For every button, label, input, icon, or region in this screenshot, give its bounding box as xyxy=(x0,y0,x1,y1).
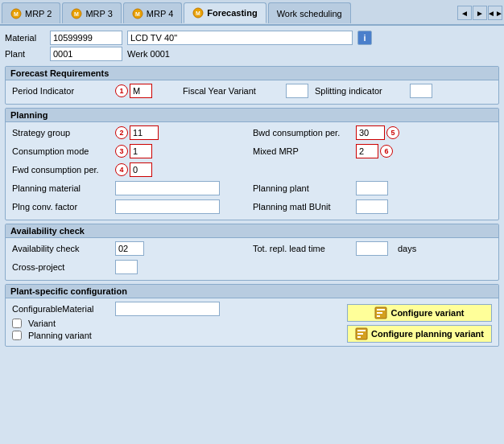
cross-project-input[interactable] xyxy=(115,260,138,274)
main-content: Material i Plant Werk 0001 Forecast Requ… xyxy=(0,26,504,355)
tab-mrp4-label: MRP 4 xyxy=(147,9,173,18)
strategy-group-label: Strategy group xyxy=(12,128,109,138)
planning-material-input[interactable] xyxy=(115,181,220,195)
plant-specific-body: ConfigurableMaterial Variant Planning va… xyxy=(6,298,498,346)
bwd-consumption-badge: 5 xyxy=(386,126,399,139)
planning-variant-label: Planning variant xyxy=(28,331,92,340)
tab-forecasting[interactable]: M Forecasting xyxy=(184,2,266,23)
planning-plant-input[interactable] xyxy=(356,181,388,195)
fwd-consumption-badge: 4 xyxy=(115,163,128,176)
fwd-consumption-row: Fwd consumption per. 4 xyxy=(12,162,251,177)
avail-check-input[interactable] xyxy=(115,241,144,256)
info-icon[interactable]: i xyxy=(357,31,372,45)
variant-label: Variant xyxy=(28,319,56,328)
splitting-indicator-input[interactable] xyxy=(410,84,432,98)
strategy-group-input-group: 2 xyxy=(115,125,159,140)
configure-variant-label: Configure variant xyxy=(390,308,464,318)
availability-check-header: Availability check xyxy=(6,224,498,238)
plant-input[interactable] xyxy=(50,47,122,61)
mixed-mrp-row: Mixed MRP 6 xyxy=(253,144,492,158)
forecasting-icon: M xyxy=(192,7,204,18)
tot-repl-lead-label: Tot. repl. lead time xyxy=(253,244,349,253)
bwd-consumption-row: Bwd consumption per. 5 xyxy=(253,125,492,140)
variant-row: Variant xyxy=(12,319,341,328)
planning-plant-label: Planning plant xyxy=(253,183,349,193)
cross-project-row: Cross-project xyxy=(12,260,251,274)
planning-material-row: Planning material xyxy=(12,181,251,195)
tab-workscheduling[interactable]: Work scheduling xyxy=(268,2,351,23)
planning-body: Strategy group 2 Bwd consumption per. 5 … xyxy=(6,122,498,220)
strategy-group-row: Strategy group 2 xyxy=(12,125,251,140)
tot-repl-lead-row: Tot. repl. lead time days xyxy=(253,241,492,256)
bwd-consumption-input-group: 5 xyxy=(356,125,399,140)
fiscal-year-input[interactable] xyxy=(286,84,308,98)
planning-variant-row: Planning variant xyxy=(12,331,341,340)
planning-matl-bunit-input[interactable] xyxy=(356,199,388,214)
planning-matl-bunit-label: Planning matl BUnit xyxy=(253,202,349,212)
period-indicator-input-group: 1 xyxy=(115,84,152,98)
material-row: Material i xyxy=(5,31,499,45)
forecast-requirements-header: Forecast Requirements xyxy=(6,67,498,80)
configure-planning-variant-label: Configure planning variant xyxy=(371,329,484,339)
svg-rect-15 xyxy=(357,336,361,338)
tab-both-button[interactable]: ◄► xyxy=(488,6,502,20)
cross-project-label: Cross-project xyxy=(12,262,109,272)
material-label: Material xyxy=(5,33,45,43)
forecast-requirements-section: Forecast Requirements Period Indicator 1… xyxy=(5,66,499,105)
consumption-mode-input[interactable] xyxy=(130,144,152,158)
tab-mrp3-label: MRP 3 xyxy=(85,9,112,18)
svg-text:M: M xyxy=(135,11,140,17)
bwd-consumption-input[interactable] xyxy=(356,125,385,140)
configurable-material-row: ConfigurableMaterial xyxy=(12,302,341,316)
svg-rect-10 xyxy=(377,312,382,314)
avail-check-label: Availability check xyxy=(12,244,109,253)
period-indicator-badge: 1 xyxy=(115,84,128,97)
period-indicator-input[interactable] xyxy=(130,84,152,98)
planning-header: Planning xyxy=(6,109,498,122)
plant-specific-header: Plant-specific configuration xyxy=(6,285,498,298)
configure-variant-button[interactable]: Configure variant xyxy=(347,304,492,322)
svg-text:M: M xyxy=(14,11,19,17)
consumption-mode-label: Consumption mode xyxy=(12,146,109,156)
tab-next-button[interactable]: ► xyxy=(473,6,487,20)
configure-planning-variant-icon xyxy=(355,327,368,340)
planning-section: Planning Strategy group 2 Bwd consumptio… xyxy=(5,108,499,220)
tab-workscheduling-label: Work scheduling xyxy=(277,9,342,18)
planning-variant-checkbox[interactable] xyxy=(12,331,22,340)
tab-mrp4[interactable]: M MRP 4 xyxy=(123,2,182,23)
tot-repl-lead-input[interactable] xyxy=(356,241,388,256)
tab-prev-button[interactable]: ◄ xyxy=(457,6,472,20)
consumption-mode-row: Consumption mode 3 xyxy=(12,144,251,158)
tab-mrp2-label: MRP 2 xyxy=(25,9,52,18)
material-input[interactable] xyxy=(50,31,122,45)
configure-variant-icon xyxy=(374,306,387,319)
availability-check-section: Availability check Availability check To… xyxy=(5,224,499,281)
plant-row: Plant Werk 0001 xyxy=(5,47,499,61)
variant-checkbox[interactable] xyxy=(12,319,22,328)
plant-specific-section: Plant-specific configuration Configurabl… xyxy=(5,284,499,347)
period-indicator-row: Period Indicator 1 Fiscal Year Variant S… xyxy=(12,84,492,98)
ping-conv-factor-input[interactable] xyxy=(115,199,220,214)
tab-navigation: ◄ ► ◄► xyxy=(457,6,502,20)
configure-planning-variant-button[interactable]: Configure planning variant xyxy=(347,325,492,343)
tab-mrp3[interactable]: M MRP 3 xyxy=(62,2,121,23)
period-indicator-label: Period Indicator xyxy=(12,86,109,96)
material-desc-input[interactable] xyxy=(127,31,353,45)
avail-check-row: Availability check xyxy=(12,241,251,256)
fwd-consumption-input[interactable] xyxy=(130,162,152,177)
configurable-material-input[interactable] xyxy=(115,302,220,316)
plant-desc: Werk 0001 xyxy=(127,49,170,59)
fwd-consumption-label: Fwd consumption per. xyxy=(12,165,109,175)
tab-mrp2[interactable]: M MRP 2 xyxy=(2,2,60,23)
availability-check-body: Availability check Tot. repl. lead time … xyxy=(6,238,498,280)
consumption-mode-badge: 3 xyxy=(115,145,128,158)
svg-rect-13 xyxy=(357,330,366,331)
plant-label: Plant xyxy=(5,49,45,59)
strategy-group-input[interactable] xyxy=(130,125,159,140)
ping-conv-factor-label: Plng conv. factor xyxy=(12,202,109,212)
svg-rect-9 xyxy=(377,309,385,310)
plant-specific-right: Configure variant Configure planning var… xyxy=(347,302,492,343)
bwd-consumption-label: Bwd consumption per. xyxy=(253,128,349,138)
mixed-mrp-input[interactable] xyxy=(356,144,378,158)
tab-bar: M MRP 2 M MRP 3 M MRP 4 M Forec xyxy=(0,0,504,26)
